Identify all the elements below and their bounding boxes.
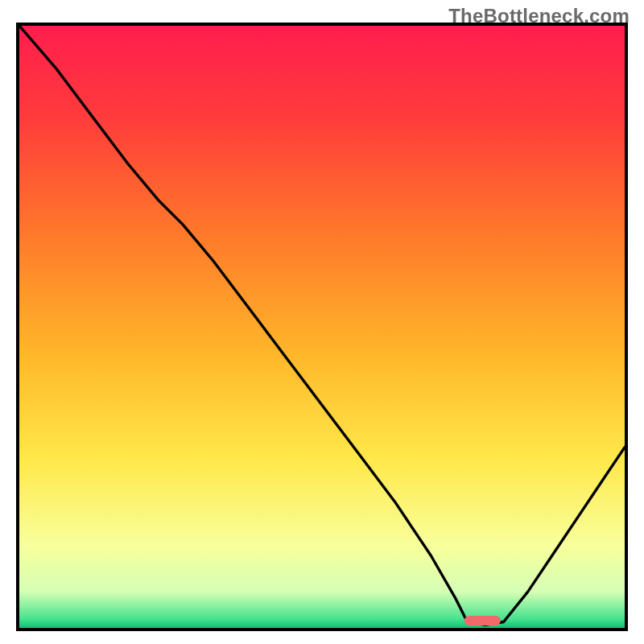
plot-area <box>16 23 628 631</box>
gradient-background <box>19 26 625 628</box>
optimal-range-marker <box>464 616 501 625</box>
chart-root: TheBottleneck.com <box>0 0 644 644</box>
bottleneck-chart <box>19 26 625 628</box>
